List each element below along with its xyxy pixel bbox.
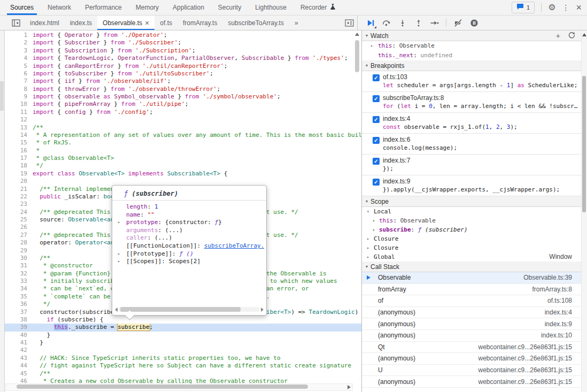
scope-section-header[interactable]: ▾ Scope	[362, 196, 587, 207]
sidebar-scrollbar[interactable]	[581, 30, 587, 392]
panel-tab-memory[interactable]: Memory	[129, 0, 166, 15]
line-number[interactable]: 33	[5, 278, 33, 285]
breakpoint-item[interactable]: ✓index.ts:4const observable = rxjs_1.of(…	[362, 113, 587, 134]
panel-tab-lighthouse[interactable]: Lighthouse	[248, 0, 294, 15]
line-number[interactable]: 21	[5, 186, 33, 193]
refresh-icon[interactable]	[568, 32, 575, 40]
popup-property-row[interactable]: arguments: (...)	[114, 227, 264, 235]
splitter-handle[interactable]	[0, 81, 4, 111]
line-number[interactable]: 20	[5, 178, 33, 185]
line-number[interactable]: 1	[5, 32, 33, 39]
line-number[interactable]: 45	[5, 370, 33, 378]
line-number[interactable]: 40	[5, 332, 33, 339]
scope-row[interactable]: ▾Local	[362, 207, 587, 216]
file-tab-of.ts[interactable]: of.ts	[155, 16, 177, 30]
breakpoint-checkbox[interactable]: ✓	[373, 74, 380, 81]
line-number[interactable]: 34	[5, 285, 33, 293]
line-number[interactable]: 3	[5, 47, 33, 55]
scrollbar-thumb[interactable]	[582, 76, 586, 212]
show-navigator-icon[interactable]	[12, 16, 20, 30]
panel-tab-application[interactable]: Application	[166, 0, 211, 15]
editor-vertical-scrollbar[interactable]	[354, 32, 360, 106]
breakpoint-item[interactable]: ✓of.ts:103let scheduler = args[args.leng…	[362, 71, 587, 92]
gear-icon[interactable]: ⚙	[548, 3, 555, 12]
line-number[interactable]: 12	[5, 116, 33, 124]
call-stack-frame[interactable]: ofof.ts:108	[362, 295, 587, 307]
call-stack-frame[interactable]: fromArrayfromArray.ts:8	[362, 284, 587, 296]
panel-tab-sources[interactable]: Sources	[3, 0, 41, 15]
line-number[interactable]: 2	[5, 39, 33, 47]
call-stack-frame[interactable]: (anonymous)index.ts:4	[362, 307, 587, 319]
expand-arrow-icon[interactable]: ▸	[367, 234, 369, 243]
line-number[interactable]: 17	[5, 155, 33, 162]
line-number[interactable]: 44	[5, 362, 33, 370]
scrollbar-thumb[interactable]	[120, 307, 241, 312]
line-number[interactable]: 13	[5, 124, 33, 132]
kebab-menu-icon[interactable]: ⋮	[562, 3, 569, 12]
expand-arrow-icon[interactable]: ▸	[367, 243, 369, 252]
expand-arrow-icon[interactable]: ▸	[118, 250, 120, 258]
line-number[interactable]: 16	[5, 147, 33, 155]
line-number[interactable]: 11	[5, 109, 33, 116]
line-number[interactable]: 42	[5, 347, 33, 354]
expand-arrow-icon[interactable]: ▸	[118, 219, 120, 227]
popup-property-row[interactable]: length: 1	[114, 203, 264, 211]
popup-property-row[interactable]: name: ""	[114, 211, 264, 219]
line-number[interactable]: 38	[5, 316, 33, 324]
popup-property-row[interactable]: ▸[[Scopes]]: Scopes[2]	[114, 258, 264, 266]
panel-tab-performance[interactable]: Performance	[78, 0, 129, 15]
line-number[interactable]: 22	[5, 193, 33, 201]
expand-arrow-icon[interactable]: ▸	[373, 216, 375, 225]
breakpoint-checkbox[interactable]: ✓	[373, 179, 380, 186]
breakpoint-checkbox[interactable]: ✓	[373, 116, 380, 123]
popup-property-row[interactable]: ▸prototype: {constructor: ƒ}	[114, 219, 264, 227]
breakpoints-section-header[interactable]: ▾ Breakpoints	[362, 60, 587, 71]
line-number[interactable]: 24	[5, 209, 33, 216]
breakpoint-item[interactable]: ✓index.ts:6console.log(message);	[362, 134, 587, 155]
popup-property-row[interactable]: [[FunctionLocation]]: subscribeToArray.t…	[114, 242, 264, 250]
line-number[interactable]: 25	[5, 216, 33, 224]
call-stack-section-header[interactable]: ▾ Call Stack	[362, 262, 587, 272]
scope-row[interactable]: ▸Closure	[362, 243, 587, 252]
watch-expression-row[interactable]: ▸this: Observable	[362, 41, 587, 51]
close-icon[interactable]: ×	[576, 3, 582, 12]
line-number[interactable]: 41	[5, 339, 33, 347]
toggle-debugger-sidebar-icon[interactable]	[345, 16, 354, 30]
call-stack-frame[interactable]: Uwebcontainer.c9...26e863f1.js:15	[362, 365, 587, 376]
line-number[interactable]: 15	[5, 139, 33, 147]
line-number[interactable]: 18	[5, 162, 33, 170]
scope-row[interactable]: ▸Closure	[362, 234, 587, 243]
line-number[interactable]: 6	[5, 70, 33, 78]
expand-arrow-icon[interactable]: ▸	[367, 252, 369, 262]
call-stack-frame[interactable]: (anonymous)index.ts:10	[362, 330, 587, 342]
popup-horizontal-scrollbar[interactable]	[115, 306, 264, 312]
scrollbar-track[interactable]	[119, 307, 259, 312]
scope-row[interactable]: ▸GlobalWindow	[362, 252, 587, 262]
line-number[interactable]: 19	[5, 170, 33, 178]
breakpoint-checkbox[interactable]: ✓	[373, 137, 380, 144]
step-over-icon[interactable]	[382, 18, 391, 27]
scroll-right-arrow-icon[interactable]	[347, 385, 351, 389]
breakpoint-checkbox[interactable]: ✓	[373, 95, 380, 102]
line-number[interactable]: 35	[5, 293, 33, 301]
watch-expression-row[interactable]: this._next: undefined	[362, 51, 587, 60]
file-tab-index.ts[interactable]: index.ts	[65, 16, 97, 30]
step-icon[interactable]	[430, 18, 439, 27]
console-messages-button[interactable]: 1	[512, 2, 535, 13]
pause-on-exceptions-icon[interactable]	[469, 18, 478, 27]
popup-property-row[interactable]: caller: (...)	[114, 234, 264, 242]
editor-horizontal-scrollbar[interactable]	[5, 383, 353, 391]
expand-arrow-icon[interactable]: ▸	[370, 41, 373, 51]
resume-icon[interactable]	[366, 18, 375, 27]
panel-tab-recorder[interactable]: Recorder	[294, 0, 343, 15]
line-number[interactable]: 27	[5, 232, 33, 239]
line-number[interactable]: 29	[5, 247, 33, 255]
breakpoint-item[interactable]: ✓index.ts:9}).apply(__cjsWrapper.exports…	[362, 175, 587, 196]
breakpoint-item[interactable]: ✓index.ts:7});	[362, 155, 587, 175]
scroll-up-arrow-icon[interactable]	[355, 33, 359, 36]
expand-arrow-icon[interactable]: ▸	[118, 258, 120, 266]
scope-row[interactable]: ▸subscribe: ƒ (subscriber)	[362, 225, 587, 234]
navigator-collapsed-strip[interactable]	[0, 30, 5, 392]
line-number[interactable]: 5	[5, 63, 33, 70]
call-stack-frame[interactable]: (anonymous)index.ts:9	[362, 318, 587, 330]
